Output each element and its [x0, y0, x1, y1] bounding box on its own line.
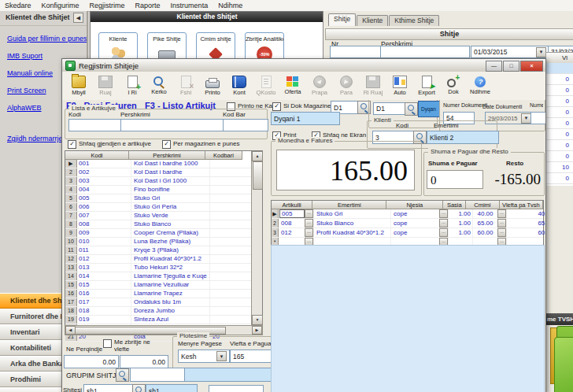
- date-from-picker[interactable]: 01/03/2015: [471, 46, 549, 58]
- tab-kliente[interactable]: Kliente: [357, 15, 388, 26]
- ellipsis-button[interactable]: ...: [439, 219, 448, 227]
- artikuj-row[interactable]: 12012Profil Kuadrat 40*30*1.2: [65, 255, 262, 264]
- pike-shitje-search-icon[interactable]: [405, 102, 418, 116]
- dialog-titlebar[interactable]: Regjistrim Shitjeje: [62, 59, 545, 72]
- grid-row[interactable]: 0: [546, 151, 573, 162]
- ellipsis-button[interactable]: ...: [305, 209, 313, 218]
- sidebar-collapse-button[interactable]: ◀: [73, 13, 83, 23]
- minimize-button[interactable]: —: [486, 61, 502, 72]
- shfaq-gjendjen-checkbox[interactable]: Shfaq gjendjen e artikujve: [68, 140, 151, 149]
- artikuj-row[interactable]: 17017Ondaluks blu 1m: [65, 298, 262, 307]
- items-row[interactable]: ▶005...Stuko Gricope...1.0040.00...40.0: [272, 209, 543, 219]
- toolbar-printo-button[interactable]: Printo: [200, 76, 225, 97]
- per-magazinen-checkbox[interactable]: Per magazinen e punes: [162, 140, 240, 149]
- artikuj-row[interactable]: 10010Luna Bezhe (Pllaka): [65, 238, 262, 246]
- grid-row[interactable]: 0: [546, 96, 573, 107]
- background-grid[interactable]: 00000000100: [545, 63, 573, 186]
- menu-item-skedare[interactable]: Skedare: [5, 2, 31, 9]
- tab-kthime-shitje[interactable]: Kthime Shitje: [389, 15, 439, 26]
- pershkrimi-search-input[interactable]: [120, 119, 224, 131]
- me-zbritje-checkbox[interactable]: Me zbritje ne vlefte: [103, 339, 152, 353]
- dyqan-button[interactable]: Dyqan: [418, 101, 440, 117]
- ellipsis-button[interactable]: ...: [305, 228, 313, 237]
- ellipsis-button[interactable]: ...: [497, 219, 506, 227]
- grid-row[interactable]: 0: [546, 140, 573, 151]
- artikuj-row[interactable]: 15015Llamarine Vezulluar: [65, 281, 262, 290]
- artikuj-row[interactable]: 6006Stuko Gri Perla: [65, 203, 262, 212]
- menu-item-konfigurime[interactable]: Konfigurime: [42, 2, 79, 9]
- grid-row[interactable]: 10: [546, 162, 573, 173]
- close-button[interactable]: ×: [520, 61, 543, 72]
- grid-row[interactable]: 0: [546, 173, 573, 184]
- items-row[interactable]: 2008...Stuko Biancocope...1.0065.00...65…: [272, 219, 543, 228]
- kod-bar-input[interactable]: [223, 119, 268, 131]
- scroll-up-icon[interactable]: ▲: [252, 151, 263, 161]
- artikuj-row[interactable]: 2002Kol Dast i bardhe: [65, 168, 262, 177]
- menu-item-regjistrime[interactable]: Regjistrime: [90, 2, 125, 9]
- grid-row[interactable]: 0: [546, 129, 573, 140]
- shitesi-input[interactable]: sh1: [83, 384, 134, 392]
- artikuj-row[interactable]: 18018Doreza Jumbo: [65, 307, 262, 316]
- ellipsis-button[interactable]: ...: [497, 228, 506, 237]
- pershkrimi-input[interactable]: [380, 46, 470, 58]
- tab-shitje[interactable]: Shitje: [328, 13, 356, 26]
- artikuj-row[interactable]: 5005Stuko Gri: [65, 194, 262, 203]
- artikuj-row[interactable]: 9009Cooper Crema (Pllaka): [65, 229, 262, 238]
- menu-item-raporte[interactable]: Raporte: [135, 2, 161, 9]
- artikuj-row[interactable]: 8008Stuko Bianco: [65, 220, 262, 229]
- menu-item-ndihme[interactable]: Ndihme: [218, 2, 242, 9]
- ellipsis-button[interactable]: ...: [305, 219, 313, 227]
- grid-row[interactable]: [546, 63, 573, 74]
- items-row[interactable]: 3012...Profil Kuadrat 40*30*1.2cope...1.…: [272, 228, 543, 238]
- si-dok-magazine-checkbox[interactable]: Si Dok Magazine: [272, 102, 331, 111]
- menu-item-instrumenta[interactable]: Instrumenta: [171, 2, 209, 9]
- toolbar-ndihme-button[interactable]: Ndihme: [468, 76, 493, 96]
- artikuj-row[interactable]: 19019Sinteza Azul: [65, 316, 262, 324]
- artikuj-row[interactable]: 11011Kryqe 3 (Pllaka): [65, 246, 262, 255]
- zbritje-vlefte-input[interactable]: 0.00: [120, 355, 168, 368]
- grid-row[interactable]: 0: [546, 118, 573, 129]
- artikuj-row[interactable]: 16016Llamarine Trapez: [65, 290, 262, 298]
- toolbar-mbyll-button[interactable]: Mbyll: [66, 75, 91, 97]
- toolbar-auto-button[interactable]: Auto: [387, 75, 412, 97]
- maximize-button[interactable]: □: [503, 61, 519, 72]
- scroll-right-icon[interactable]: ▶: [252, 326, 262, 335]
- sidebar-link-guida-per-fillimin-e-punes[interactable]: Guida per fillimin e punes: [7, 35, 87, 43]
- artikuj-row[interactable]: 4004Fino bonifine: [65, 186, 262, 194]
- artikuj-row[interactable]: 7007Stuko Verde: [65, 212, 262, 220]
- kodi-search-input[interactable]: [68, 119, 122, 131]
- cell-artikulli: 008...: [279, 219, 314, 227]
- artikuj-horizontal-scrollbar[interactable]: ◀ ▶: [65, 325, 263, 335]
- grupim-input[interactable]: [130, 368, 185, 382]
- scrollbar-thumb[interactable]: [253, 161, 263, 190]
- toolbar-kont-button[interactable]: Kont: [227, 75, 252, 97]
- grupim-search-icon[interactable]: [116, 368, 129, 382]
- artikuj-vertical-scrollbar[interactable]: ▲ ▼: [251, 151, 262, 325]
- sidebar-link-zgjidh-ndermarrje[interactable]: Zgjidh ndermarrje: [7, 135, 63, 142]
- nr-input[interactable]: [330, 46, 383, 58]
- toolbar-export-button[interactable]: Export: [414, 75, 439, 97]
- menyre-pagese-select[interactable]: Kesh: [178, 349, 230, 363]
- toolbar-dok-button[interactable]: Dok: [441, 76, 466, 96]
- numer-2-input[interactable]: [530, 112, 545, 124]
- toolbar-kerko-button[interactable]: Kerko: [146, 76, 172, 96]
- toolbar-oferta-button[interactable]: Oferta: [280, 76, 305, 96]
- grid-row[interactable]: 0: [546, 107, 573, 118]
- ellipsis-button[interactable]: ...: [439, 209, 448, 218]
- ellipsis-button[interactable]: ...: [439, 228, 448, 237]
- artikuj-row[interactable]: 13013Tubo Hekuri 32*2: [65, 264, 262, 272]
- grid-row[interactable]: 0: [546, 85, 573, 96]
- scroll-down-icon[interactable]: ▼: [252, 315, 263, 325]
- shitesi-search-icon[interactable]: [132, 384, 146, 392]
- grid-row[interactable]: 0: [546, 74, 573, 85]
- toolbar-iri-button[interactable]: I Ri: [120, 75, 145, 97]
- shitesi-extra-field[interactable]: [209, 385, 264, 392]
- artikuj-row[interactable]: 14014Llamarine Tjegulla e Kuqe 1.33: [65, 272, 262, 281]
- screen: SkedareKonfigurimeRegjistrimeRaporteInst…: [0, 0, 573, 392]
- ellipsis-button[interactable]: ...: [497, 209, 506, 218]
- artikuj-row[interactable]: ▶001Kol Dast i bardhe 1000: [65, 160, 262, 168]
- cell-emertimi: Profil Kuadrat 40*30*1.2: [314, 228, 391, 237]
- vlefta-paguar-input[interactable]: 165: [230, 349, 277, 363]
- artikuj-row[interactable]: 3003Kol Dast i Gri 1000: [65, 177, 262, 186]
- perqindje-input[interactable]: 0.00: [64, 355, 119, 368]
